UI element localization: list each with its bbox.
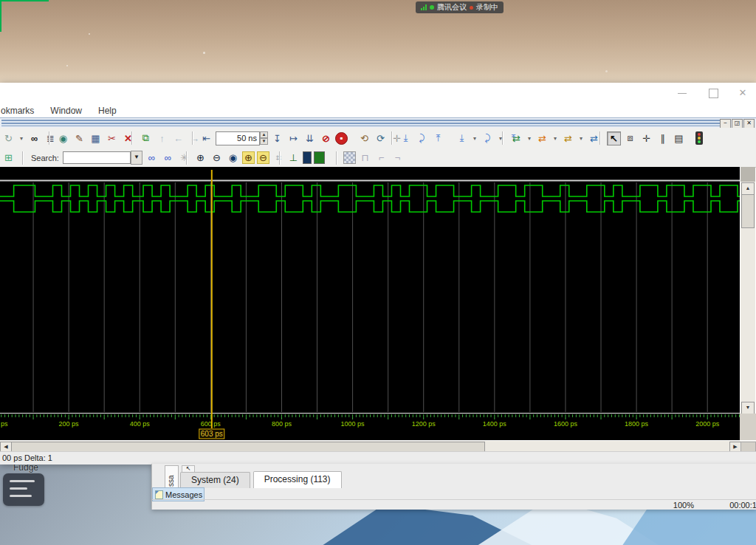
scroll-up-button[interactable]: ▲ <box>741 182 755 195</box>
meeting-status-pill[interactable]: 腾讯会议 录制中 <box>416 1 504 13</box>
snap-icon[interactable]: ⊞ <box>1 151 16 165</box>
close-button[interactable]: ✕ <box>737 87 749 99</box>
spinner-down-icon[interactable]: ▼ <box>260 138 268 145</box>
search-dropdown-icon[interactable]: ▼ <box>131 151 142 165</box>
search-label: Search: <box>31 154 59 162</box>
window-titlebar[interactable]: ✕ <box>0 83 756 103</box>
pan-mode-icon[interactable]: ✛ <box>639 131 653 145</box>
scroll-right-button[interactable]: ▶ <box>729 442 741 452</box>
step-into-instance-icon[interactable]: ⤓ <box>455 131 469 145</box>
continue-run-icon[interactable]: ↦ <box>286 131 300 145</box>
menu-item-help[interactable]: Help <box>98 106 117 116</box>
search-control: ▼ <box>63 151 142 165</box>
cursor-mode-icon[interactable]: ∥ <box>656 131 670 145</box>
wave-background <box>0 167 740 440</box>
zoom-mode-icon[interactable]: ⧈ <box>623 131 637 145</box>
restart-icon[interactable]: ⟲ <box>357 131 371 145</box>
signal-bars-icon <box>421 4 427 10</box>
tab-processing[interactable]: Processing (113) <box>253 471 342 488</box>
step-out-icon[interactable]: ⤒ <box>431 131 445 145</box>
maximize-button[interactable] <box>707 87 719 99</box>
menubar: okmarksWindowHelp <box>0 103 756 117</box>
break-icon[interactable]: ⊘ <box>319 131 333 145</box>
ruler-label: 200 ps <box>59 420 80 428</box>
add-list-caret-icon[interactable]: ▾ <box>551 131 559 145</box>
online-dot-icon <box>430 5 434 10</box>
scroll-down-button[interactable]: ▼ <box>741 402 755 414</box>
ruler-label: 400 ps <box>130 420 151 428</box>
waveform-plot[interactable]: ps200 ps400 ps600 ps800 ps1000 ps1200 ps… <box>0 167 740 440</box>
recording-label: 录制中 <box>476 1 498 13</box>
wave-canvas[interactable]: ps200 ps400 ps600 ps800 ps1000 ps1200 ps… <box>0 167 740 440</box>
find-next-icon[interactable]: ∞ <box>145 151 159 165</box>
search-input[interactable] <box>63 151 131 164</box>
step-into-icon[interactable]: ⤓ <box>399 131 413 145</box>
edge-fall-icon[interactable]: ¬ <box>391 151 405 165</box>
zoom-in-icon[interactable]: ⊕ <box>193 151 207 165</box>
find-icon[interactable]: ∞ <box>27 131 41 145</box>
vertical-scroll-thumb[interactable] <box>741 194 755 228</box>
ruler-label: 600 ps <box>201 420 221 428</box>
edge-any-icon[interactable]: ⊓ <box>358 151 372 165</box>
zoom-full-icon[interactable]: ◉ <box>226 151 240 165</box>
insert-marker-icon[interactable] <box>314 151 325 164</box>
toolbar-group: ⊥ <box>279 148 325 167</box>
insert-breakpoint-icon[interactable] <box>303 151 312 164</box>
step-over-instance-icon[interactable]: ⤸ <box>481 131 495 145</box>
screenshare-border-icon <box>0 0 49 1</box>
toolbar-main: ↻▾∞≣◉✎▦✂✕⧉↑←→⇤50 ns▲▼↧↦⇊⊘■⟲⟳✛⤓⤸⤒⤓▾⤸▾⤒⇄▾⇄… <box>0 128 756 149</box>
spinner-up-icon[interactable]: ▲ <box>260 131 268 138</box>
find-prev-icon[interactable]: ∞ <box>161 151 175 165</box>
rerun-icon[interactable]: ⟳ <box>374 131 388 145</box>
zoom-range-icon[interactable]: ⊖ <box>257 151 269 164</box>
cursor-status-text: 00 ps Delta: 1 <box>2 453 52 462</box>
stop-light-icon[interactable] <box>695 131 703 145</box>
add-log-caret-icon[interactable]: ▾ <box>577 131 585 145</box>
meeting-app-name: 腾讯会议 <box>437 1 467 13</box>
stop-icon[interactable]: ■ <box>335 132 348 145</box>
menu-item-okmarks[interactable]: okmarks <box>1 106 34 116</box>
add-wave-caret-icon[interactable]: ▾ <box>526 131 533 145</box>
edit-mode-icon[interactable]: ▤ <box>672 131 686 145</box>
desktop-wallpaper-top <box>0 0 756 83</box>
horizontal-scrollbar[interactable]: ◀ ▶ <box>0 440 756 452</box>
add-cursor-icon[interactable]: ⊥ <box>286 151 300 165</box>
back-icon[interactable]: ← <box>171 131 185 145</box>
pattern-icon[interactable] <box>343 151 356 164</box>
vertical-scrollbar[interactable]: ▲ ▼ <box>740 167 755 414</box>
edge-rise-icon[interactable]: ⌐ <box>374 151 388 165</box>
tab-system[interactable]: System (24) <box>180 472 250 488</box>
app-statusbar: 100% 00:00:19 <box>152 499 756 510</box>
zoom-cursor-icon[interactable]: ⊕ <box>242 151 255 164</box>
toolbar-group: ◉✎▦✂✕ <box>49 128 135 148</box>
compile-icon[interactable]: ◉ <box>56 131 70 145</box>
dock-grip-icon[interactable] <box>1 120 726 126</box>
transcript-panel: ↖ Messa System (24)Processing (113) Mess… <box>151 464 756 510</box>
step-over-icon[interactable]: ⤸ <box>415 131 429 145</box>
simulate-icon[interactable]: ▦ <box>89 131 103 145</box>
promote-icon[interactable]: ↑ <box>155 131 169 145</box>
compile-all-icon[interactable]: ✎ <box>72 131 86 145</box>
run-length-input[interactable]: 50 ns <box>216 131 260 145</box>
run-all-icon[interactable]: ⇊ <box>303 131 317 145</box>
scroll-left-button[interactable]: ◀ <box>0 442 12 452</box>
wave-window: ✕ okmarksWindowHelp − ◲ ✕ ↻▾∞≣◉✎▦✂✕⧉↑←→⇤… <box>0 83 756 464</box>
run-length-control: 50 ns▲▼ <box>216 131 268 145</box>
add-to-list-icon[interactable]: ⇄ <box>535 131 549 145</box>
select-mode-icon[interactable]: ↖ <box>607 131 621 145</box>
run-length-spinner[interactable]: ▲▼ <box>260 131 268 144</box>
break-cut-icon[interactable]: ✂ <box>105 131 119 145</box>
zoom-out-icon[interactable]: ⊖ <box>210 151 224 165</box>
add-to-wave-icon[interactable]: ⇄ <box>509 131 523 145</box>
desktop-widget[interactable] <box>3 473 44 506</box>
add-to-log-icon[interactable]: ⇄ <box>561 131 575 145</box>
horizontal-scroll-thumb[interactable] <box>11 442 485 452</box>
reload-caret-icon[interactable]: ▾ <box>18 131 25 145</box>
run-icon[interactable]: ↧ <box>270 131 284 145</box>
copy-icon[interactable]: ⧉ <box>139 131 153 145</box>
reload-icon[interactable]: ↻ <box>1 131 16 145</box>
menu-item-window[interactable]: Window <box>50 106 82 116</box>
step-into-caret-icon[interactable]: ▾ <box>471 131 478 145</box>
restore-layout-icon[interactable]: ⇤ <box>199 131 213 145</box>
minimize-button[interactable] <box>676 87 688 99</box>
